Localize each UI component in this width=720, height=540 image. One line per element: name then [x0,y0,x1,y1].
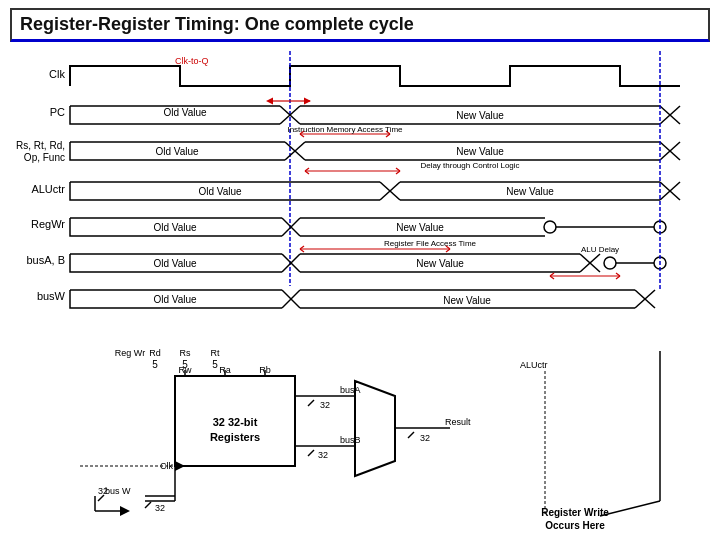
svg-text:5: 5 [182,359,188,370]
svg-text:bus W: bus W [105,486,131,496]
svg-line-112 [308,450,314,456]
svg-text:32: 32 [320,400,330,410]
svg-text:PC: PC [50,106,65,118]
svg-text:New Value: New Value [396,222,444,233]
svg-text:32: 32 [155,503,165,513]
svg-text:Reg Wr: Reg Wr [115,348,145,358]
svg-text:Rs: Rs [180,348,191,358]
svg-text:busA, B: busA, B [26,254,65,266]
svg-text:32: 32 [420,433,430,443]
circuit-diagram: 32 32-bit Registers Rw Ra Rb Rd Rs Rt 5 … [0,346,720,540]
svg-text:New Value: New Value [456,110,504,121]
svg-point-52 [544,221,556,233]
svg-marker-130 [120,506,130,516]
svg-text:Register Write: Register Write [541,507,609,518]
svg-line-119 [408,432,414,438]
svg-text:New Value: New Value [456,146,504,157]
svg-text:Old Value: Old Value [153,222,197,233]
svg-text:New Value: New Value [506,186,554,197]
svg-text:New Value: New Value [416,258,464,269]
svg-text:Rs, Rt, Rd,: Rs, Rt, Rd, [16,140,65,151]
svg-text:New Value: New Value [443,295,491,306]
svg-text:Old Value: Old Value [198,186,242,197]
title-bar: Register-Register Timing: One complete c… [10,8,710,42]
svg-text:32: 32 [98,486,108,496]
svg-text:RegWr: RegWr [31,218,65,230]
svg-text:Register File Access Time: Register File Access Time [384,239,477,248]
svg-text:Old Value: Old Value [163,107,207,118]
svg-marker-133 [175,461,185,471]
svg-text:5: 5 [152,359,158,370]
svg-text:Instruction Memory Access Time: Instruction Memory Access Time [287,125,403,134]
timing-diagram: Clk Clk-to-Q PC Old Value New Value Rs, … [0,46,720,356]
svg-text:Delay through Control Logic: Delay through Control Logic [420,161,519,170]
svg-text:ALUctr: ALUctr [31,183,65,195]
svg-text:busB: busB [340,435,361,445]
svg-marker-113 [355,381,395,476]
svg-text:Result: Result [445,417,471,427]
svg-text:busW: busW [37,290,66,302]
svg-text:5: 5 [212,359,218,370]
svg-text:Old Value: Old Value [153,258,197,269]
svg-text:Old Value: Old Value [155,146,199,157]
svg-line-139 [600,501,660,516]
svg-text:32: 32 [318,450,328,460]
svg-text:Clk: Clk [49,68,65,80]
svg-text:Registers: Registers [210,431,260,443]
svg-text:32 32-bit: 32 32-bit [213,416,258,428]
svg-text:ALUctr: ALUctr [520,360,548,370]
svg-text:Op, Func: Op, Func [24,152,65,163]
svg-text:Rt: Rt [211,348,220,358]
svg-point-70 [604,257,616,269]
svg-text:Rd: Rd [149,348,161,358]
svg-text:Clk-to-Q: Clk-to-Q [175,56,209,66]
svg-text:Occurs Here: Occurs Here [545,520,605,531]
svg-line-125 [145,502,151,508]
svg-text:ALU Delay: ALU Delay [581,245,619,254]
svg-line-108 [308,400,314,406]
page-title: Register-Register Timing: One complete c… [20,14,414,34]
svg-text:busA: busA [340,385,361,395]
svg-text:Old Value: Old Value [153,294,197,305]
